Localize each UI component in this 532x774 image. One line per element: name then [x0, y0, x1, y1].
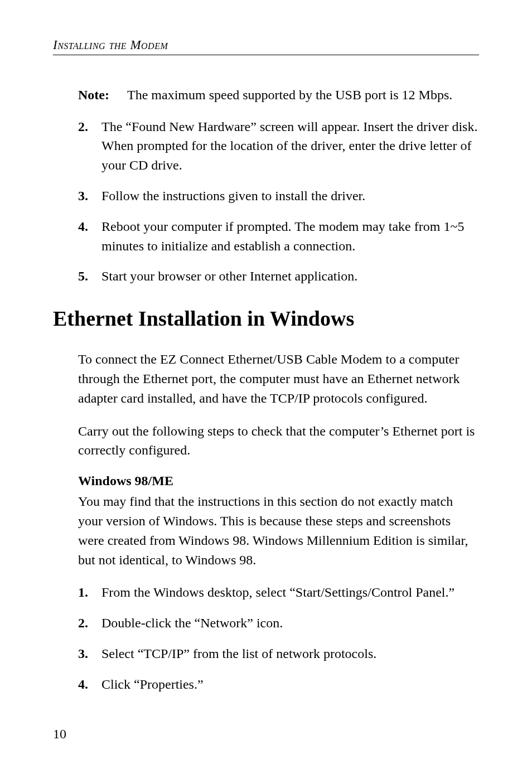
- list-text: Reboot your computer if prompted. The mo…: [101, 217, 479, 256]
- list-marker: 5.: [78, 267, 101, 286]
- list-item: 3. Follow the instructions given to inst…: [78, 186, 479, 206]
- continued-steps-list: 2. The “Found New Hardware” screen will …: [78, 117, 479, 287]
- list-text: Select “TCP/IP” from the list of network…: [101, 644, 479, 664]
- list-marker: 3.: [78, 644, 101, 664]
- list-marker: 2.: [78, 613, 101, 633]
- paragraph: You may find that the instructions in th…: [78, 492, 479, 569]
- list-text: The “Found New Hardware” screen will app…: [101, 117, 479, 175]
- list-item: 5. Start your browser or other Internet …: [78, 267, 479, 286]
- list-item: 2. Double-click the “Network” icon.: [78, 613, 479, 633]
- list-item: 4. Reboot your computer if prompted. The…: [78, 217, 479, 256]
- note-text: The maximum speed supported by the USB p…: [127, 86, 479, 105]
- list-text: Double-click the “Network” icon.: [101, 613, 479, 633]
- list-marker: 4.: [78, 675, 101, 694]
- list-text: Click “Properties.”: [101, 675, 479, 694]
- note-label: Note:: [78, 86, 127, 105]
- list-marker: 4.: [78, 217, 101, 256]
- list-marker: 1.: [78, 583, 101, 602]
- section-heading: Ethernet Installation in Windows: [53, 306, 479, 331]
- list-text: From the Windows desktop, select “Start/…: [101, 583, 479, 602]
- paragraph: To connect the EZ Connect Ethernet/USB C…: [78, 350, 479, 408]
- sub-heading: Windows 98/ME: [78, 473, 479, 488]
- list-item: 3. Select “TCP/IP” from the list of netw…: [78, 644, 479, 664]
- list-text: Follow the instructions given to install…: [101, 186, 479, 206]
- running-header: Installing the Modem: [53, 38, 479, 52]
- list-item: 4. Click “Properties.”: [78, 675, 479, 694]
- header-rule: [53, 55, 479, 55]
- note: Note: The maximum speed supported by the…: [78, 86, 479, 105]
- paragraph: Carry out the following steps to check t…: [78, 422, 479, 461]
- page-content: Note: The maximum speed supported by the…: [78, 86, 479, 694]
- list-item: 2. The “Found New Hardware” screen will …: [78, 117, 479, 175]
- list-marker: 2.: [78, 117, 101, 175]
- windows-steps-list: 1. From the Windows desktop, select “Sta…: [78, 583, 479, 694]
- list-text: Start your browser or other Internet app…: [101, 267, 479, 286]
- list-item: 1. From the Windows desktop, select “Sta…: [78, 583, 479, 602]
- list-marker: 3.: [78, 186, 101, 206]
- page-number: 10: [53, 727, 66, 742]
